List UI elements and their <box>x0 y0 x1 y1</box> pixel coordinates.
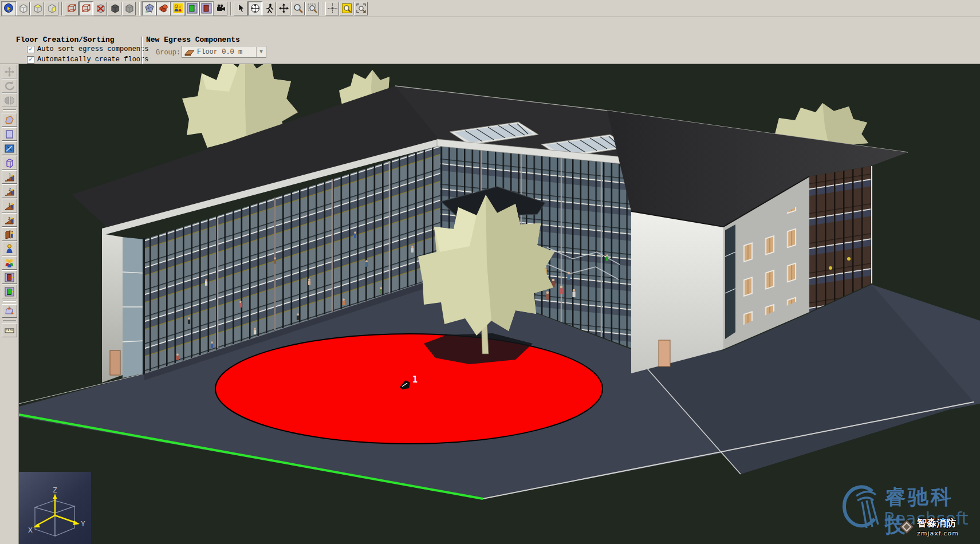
checkbox-check-icon[interactable]: ✓ <box>27 56 34 64</box>
walk-tool-icon[interactable] <box>262 2 276 15</box>
zoom-box-tool-icon[interactable] <box>305 2 319 15</box>
select-cursor-icon[interactable] <box>234 2 247 15</box>
sidebar-separator <box>3 301 16 302</box>
hide-objects-icon[interactable] <box>93 2 107 15</box>
add-group-tool[interactable] <box>2 256 17 270</box>
toolbar-separator <box>61 2 62 15</box>
solid-wireframe-view-icon[interactable] <box>79 2 93 15</box>
axis-y-label: Y <box>81 519 85 528</box>
rotate-object-tool[interactable] <box>2 79 17 93</box>
move-object-tool[interactable] <box>2 65 17 78</box>
reset-view-icon[interactable] <box>325 2 339 15</box>
show-occupants-icon[interactable] <box>171 2 184 15</box>
edit-vertices-tool[interactable] <box>2 304 17 318</box>
auto-sort-label: Auto sort egress components <box>37 45 148 53</box>
mirror-object-tool[interactable] <box>2 93 17 107</box>
group-label: Group: <box>156 49 180 57</box>
show-terrain-icon[interactable] <box>142 2 156 15</box>
group-dropdown[interactable]: Floor 0.0 m ▼ <box>182 46 266 58</box>
sidebar-separator <box>3 109 16 111</box>
show-doors-icon[interactable] <box>199 2 213 15</box>
measure-tool[interactable] <box>2 324 17 337</box>
add-occupant-tool[interactable] <box>2 242 17 255</box>
marker-label: 1 <box>412 375 418 385</box>
show-obstructions-icon[interactable] <box>156 2 170 15</box>
svg-text:1: 1 <box>9 173 11 178</box>
axis-z-label: Z <box>53 486 57 494</box>
show-solid-side-icon[interactable] <box>45 2 58 15</box>
wireframe-view-icon[interactable] <box>65 2 78 15</box>
left-end-door <box>110 350 120 375</box>
ramp-two-point-tool[interactable]: 2 <box>2 213 17 227</box>
scene-canvas[interactable]: 1 <box>19 64 980 544</box>
right-end-wall <box>631 211 723 373</box>
show-cameras-icon[interactable] <box>214 2 227 15</box>
auto-create-floors-checkbox[interactable]: ✓ Automatically create floors <box>27 56 148 64</box>
auto-sort-checkbox[interactable]: ✓ Auto sort egress components <box>27 45 148 53</box>
svg-text:2: 2 <box>8 216 10 221</box>
shaded-view-icon[interactable] <box>122 2 136 15</box>
zoom-tool-icon[interactable] <box>291 2 305 15</box>
axis-x-label: X <box>28 526 33 534</box>
toolbar-separator <box>139 2 140 15</box>
door-tool[interactable] <box>2 270 17 284</box>
zoom-selection-icon[interactable] <box>354 2 368 15</box>
stairs-one-point-tool[interactable]: 1 <box>2 170 17 184</box>
obstruction-tool[interactable] <box>2 156 17 169</box>
toolbar-separator <box>322 2 323 15</box>
main-toolbar <box>0 0 980 17</box>
toolbar-separator <box>230 2 231 15</box>
show-exits-icon[interactable] <box>185 2 199 15</box>
exit-door-tool[interactable] <box>2 285 17 298</box>
sidebar-separator <box>3 320 16 321</box>
stairs-two-point-tool[interactable]: 2 <box>2 184 17 198</box>
thin-wall-tool[interactable] <box>2 141 17 155</box>
room-tool[interactable] <box>2 127 17 141</box>
floor-tool[interactable] <box>2 113 17 127</box>
group-value: Floor 0.0 m <box>197 48 242 56</box>
zoom-extents-icon[interactable] <box>340 2 353 15</box>
select-object-icon[interactable] <box>2 2 15 15</box>
pan-tool-icon[interactable] <box>277 2 290 15</box>
svg-text:2: 2 <box>9 187 11 192</box>
dropdown-arrow-icon[interactable]: ▼ <box>256 47 266 57</box>
show-all-objects-icon[interactable] <box>16 2 30 15</box>
refuge-area-circle[interactable] <box>215 334 603 444</box>
model-viewport[interactable]: 1 Z X Y <box>19 64 980 544</box>
axis-gizmo[interactable]: Z X Y <box>19 472 91 544</box>
new-egress-title: New Egress Components <box>146 36 240 44</box>
right-end-door <box>659 340 670 366</box>
show-solid-top-icon[interactable] <box>30 2 44 15</box>
svg-text:1: 1 <box>8 202 10 207</box>
checkbox-check-icon[interactable]: ✓ <box>27 46 34 53</box>
property-panel-row: Floor Creation/Sorting ✓ Auto sort egres… <box>0 18 980 64</box>
ramp-one-point-tool[interactable]: 1 <box>2 199 17 212</box>
exit-component-tool[interactable] <box>2 227 17 241</box>
auto-create-floors-label: Automatically create floors <box>37 56 148 64</box>
floor-icon <box>184 48 195 56</box>
solid-dark-view-icon[interactable] <box>108 2 121 15</box>
orbit-tool-icon[interactable] <box>248 2 262 15</box>
floor-creation-title: Floor Creation/Sorting <box>16 36 115 44</box>
tool-sidebar: 1 2 1 2 <box>0 64 19 544</box>
